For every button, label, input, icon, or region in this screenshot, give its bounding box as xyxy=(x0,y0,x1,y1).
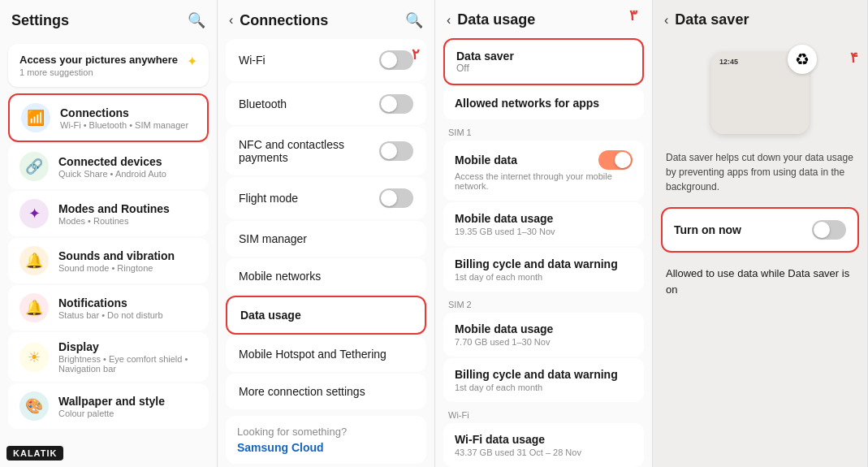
modes-label: Modes and Routines xyxy=(58,202,170,215)
conn-item-hotspot[interactable]: Mobile Hotspot and Tethering xyxy=(226,336,426,372)
data-saver-phone-icon: ♻ xyxy=(788,45,817,74)
connections-panel: ‹ Connections 🔍 ۲ Wi-Fi Bluetooth NFC an… xyxy=(218,0,435,467)
settings-item-modes[interactable]: ✦ Modes and Routines Modes • Routines xyxy=(8,191,209,236)
data-usage-header: ‹ Data usage xyxy=(435,0,652,37)
conn-item-sim-manager[interactable]: SIM manager xyxy=(226,221,426,257)
wallpaper-sublabel: Colour palette xyxy=(58,409,165,418)
allowed-networks-item[interactable]: Allowed networks for apps xyxy=(443,87,644,119)
connected-devices-sublabel: Quick Share • Android Auto xyxy=(58,169,166,179)
bluetooth-toggle[interactable] xyxy=(379,94,413,114)
nfc-label: NFC and contactless payments xyxy=(239,138,379,164)
mobile-data-usage-2-item[interactable]: Mobile data usage 7.70 GB used 1–30 Nov xyxy=(443,313,644,357)
mobile-data-item[interactable]: Mobile data Access the internet through … xyxy=(443,141,644,201)
settings-title: Settings xyxy=(11,12,188,29)
data-saver-label: Data saver xyxy=(456,50,631,63)
sounds-sublabel: Sound mode • Ringtone xyxy=(58,263,175,273)
marker-3: ۳ xyxy=(629,6,637,24)
connected-devices-text: Connected devices Quick Share • Android … xyxy=(58,155,166,179)
turn-on-toggle[interactable] xyxy=(812,220,846,240)
data-usage-content: Data saver Off Allowed networks for apps… xyxy=(435,37,652,467)
connections-icon: 📶 xyxy=(21,103,50,132)
flight-toggle[interactable] xyxy=(379,188,413,208)
display-sublabel: Brightness • Eye comfort shield • Naviga… xyxy=(58,354,197,374)
suggestion-title: Access your pictures anywhere xyxy=(19,54,197,66)
wallpaper-label: Wallpaper and style xyxy=(58,395,165,408)
suggestion-star-icon: ✦ xyxy=(187,54,197,69)
display-label: Display xyxy=(58,340,197,353)
connections-label: Connections xyxy=(60,106,188,119)
settings-item-notifications[interactable]: 🔔 Notifications Status bar • Do not dist… xyxy=(8,285,209,331)
data-usage-title: Data usage xyxy=(457,11,641,28)
mobile-data-usage-sub: 19.35 GB used 1–30 Nov xyxy=(455,227,633,236)
data-usage-panel: ‹ Data usage ۳ Data saver Off Allowed ne… xyxy=(435,0,653,467)
wifi-data-usage-item[interactable]: Wi-Fi data usage 43.37 GB used 31 Oct – … xyxy=(443,423,644,467)
billing-cycle-1-sub: 1st day of each month xyxy=(455,272,633,282)
data-saver-item[interactable]: Data saver Off xyxy=(443,38,644,85)
connections-header: ‹ Connections 🔍 xyxy=(218,0,434,37)
flight-label: Flight mode xyxy=(239,192,379,205)
data-saver-status: Off xyxy=(456,63,631,74)
mobile-networks-label: Mobile networks xyxy=(239,270,413,283)
modes-icon: ✦ xyxy=(19,199,49,228)
wifi-section-label: Wi-Fi xyxy=(435,404,652,422)
data-usage-label: Data usage xyxy=(240,309,412,322)
settings-header: Settings 🔍 xyxy=(0,0,217,37)
samsung-cloud-link[interactable]: Samsung Cloud xyxy=(237,441,415,454)
sim1-section-label: SIM 1 xyxy=(435,121,652,139)
settings-item-connected-devices[interactable]: 🔗 Connected devices Quick Share • Androi… xyxy=(8,144,209,189)
looking-title: Looking for something? xyxy=(237,426,415,438)
mobile-data-sub: Access the internet through your mobile … xyxy=(455,171,633,191)
settings-item-sounds[interactable]: 🔔 Sounds and vibration Sound mode • Ring… xyxy=(8,238,209,283)
billing-cycle-2-sub: 1st day of each month xyxy=(455,383,633,392)
wifi-label: Wi-Fi xyxy=(239,54,379,67)
phone-preview: 12:45 ♻ xyxy=(653,37,867,142)
data-usage-back-button[interactable]: ‹ xyxy=(447,13,451,28)
connections-back-button[interactable]: ‹ xyxy=(229,13,233,28)
allowed-while-on-label: Allowed to use data while Data saver is … xyxy=(653,257,867,305)
looking-card: Looking for something? Samsung Cloud xyxy=(226,416,426,464)
modes-text: Modes and Routines Modes • Routines xyxy=(58,202,170,226)
sim-manager-label: SIM manager xyxy=(239,232,413,245)
data-saver-content: 12:45 ♻ Data saver helps cut down your d… xyxy=(653,37,867,467)
settings-item-wallpaper[interactable]: 🎨 Wallpaper and style Colour palette xyxy=(8,383,209,429)
billing-cycle-1-item[interactable]: Billing cycle and data warning 1st day o… xyxy=(443,248,644,292)
notifications-sublabel: Status bar • Do not disturb xyxy=(58,310,163,320)
mobile-data-label: Mobile data xyxy=(455,154,598,166)
mobile-data-usage-2-sub: 7.70 GB used 1–30 Nov xyxy=(455,337,633,347)
wallpaper-icon: 🎨 xyxy=(19,391,49,421)
mobile-data-usage-item[interactable]: Mobile data usage 19.35 GB used 1–30 Nov xyxy=(443,202,644,246)
nfc-toggle[interactable] xyxy=(379,141,413,161)
wallpaper-text: Wallpaper and style Colour palette xyxy=(58,395,165,418)
connections-title: Connections xyxy=(240,12,405,29)
settings-panel: Settings 🔍 ✦ Access your pictures anywhe… xyxy=(0,0,218,467)
phone-time: 12:45 xyxy=(719,58,738,66)
conn-item-mobile-networks[interactable]: Mobile networks xyxy=(226,258,426,294)
conn-item-bluetooth[interactable]: Bluetooth xyxy=(226,83,426,125)
settings-item-connections[interactable]: 📶 Connections Wi-Fi • Bluetooth • SIM ma… xyxy=(8,93,209,142)
conn-item-wifi[interactable]: Wi-Fi xyxy=(226,39,426,81)
settings-item-display[interactable]: ☀ Display Brightness • Eye comfort shiel… xyxy=(8,332,209,382)
billing-cycle-2-label: Billing cycle and data warning xyxy=(455,368,633,381)
bluetooth-label: Bluetooth xyxy=(239,97,379,110)
billing-cycle-2-item[interactable]: Billing cycle and data warning 1st day o… xyxy=(443,358,644,402)
data-saver-description: Data saver helps cut down your data usag… xyxy=(653,142,867,202)
wifi-toggle[interactable] xyxy=(379,50,413,70)
data-saver-back-button[interactable]: ‹ xyxy=(664,13,668,28)
conn-item-flight[interactable]: Flight mode xyxy=(226,177,426,219)
hotspot-label: Mobile Hotspot and Tethering xyxy=(239,348,413,361)
data-saver-title: Data saver xyxy=(675,11,856,28)
notifications-label: Notifications xyxy=(58,296,163,309)
sounds-text: Sounds and vibration Sound mode • Ringto… xyxy=(58,249,175,273)
conn-item-data-usage[interactable]: Data usage xyxy=(226,296,426,335)
conn-item-nfc[interactable]: NFC and contactless payments xyxy=(226,127,426,175)
recycled-icon: ♻ xyxy=(795,50,810,69)
conn-item-more-connection[interactable]: More connection settings xyxy=(226,374,426,409)
settings-search-icon[interactable]: 🔍 xyxy=(188,11,205,29)
turn-on-now-row[interactable]: Turn on now xyxy=(661,207,859,253)
more-connection-label: More connection settings xyxy=(239,385,413,398)
connections-search-icon[interactable]: 🔍 xyxy=(405,11,423,29)
phone-mockup: 12:45 ♻ xyxy=(711,53,809,134)
data-saver-header: ‹ Data saver xyxy=(653,0,867,37)
mobile-data-toggle[interactable] xyxy=(598,150,633,170)
suggestion-card[interactable]: ✦ Access your pictures anywhere 1 more s… xyxy=(8,44,209,87)
